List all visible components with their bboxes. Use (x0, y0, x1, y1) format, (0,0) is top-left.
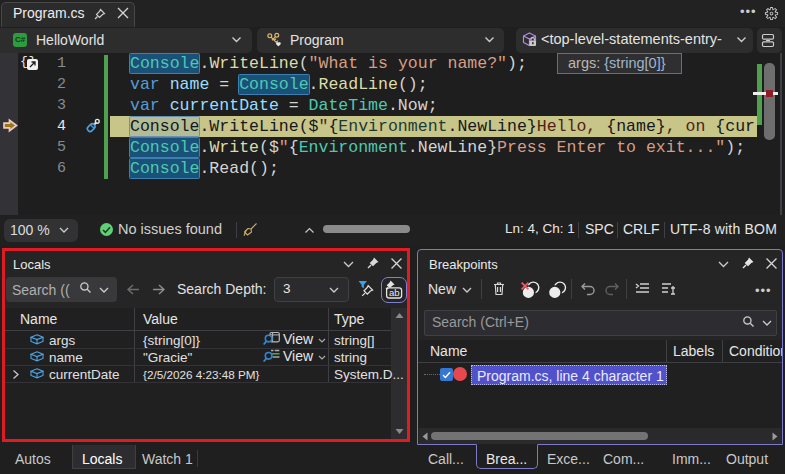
svg-text:ab: ab (389, 287, 400, 298)
